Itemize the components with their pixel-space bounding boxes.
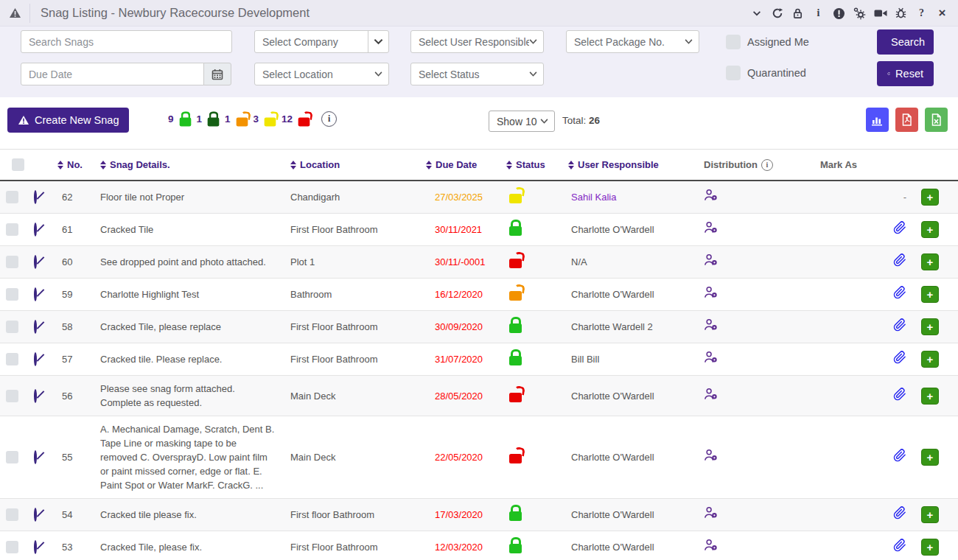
row-checkbox[interactable] (6, 256, 18, 268)
chart-export-button[interactable] (866, 108, 889, 132)
add-button[interactable]: + (921, 318, 939, 335)
distribution-icon[interactable] (704, 449, 718, 462)
excel-export-button[interactable] (925, 108, 948, 132)
column-header-no[interactable]: No. (57, 159, 100, 170)
table-row[interactable]: 62 Floor tile not Proper Chandigarh 27/0… (0, 181, 958, 214)
ban-icon[interactable] (34, 255, 37, 269)
row-checkbox[interactable] (6, 223, 18, 236)
distribution-icon[interactable] (704, 286, 718, 299)
table-row[interactable]: 57 Cracked tile. Please replace. First F… (0, 343, 958, 376)
table-row[interactable]: 54 Cracked tile please fix. First floor … (0, 499, 958, 531)
attachment-icon[interactable] (893, 351, 906, 364)
calendar-icon[interactable] (203, 63, 231, 85)
attachment-icon[interactable] (893, 449, 906, 462)
row-checkbox[interactable] (6, 508, 18, 521)
column-header-due-date[interactable]: Due Date (423, 159, 500, 170)
column-header-mark-as: Mark As (814, 159, 921, 170)
distribution-icon[interactable] (704, 221, 718, 234)
company-select[interactable]: Select Company (254, 30, 389, 53)
row-checkbox[interactable] (6, 288, 18, 301)
attachment-icon[interactable] (893, 253, 906, 267)
location-select[interactable]: Select Location (254, 63, 389, 85)
distribution-icon[interactable] (704, 351, 718, 364)
select-all-checkbox[interactable] (12, 158, 24, 171)
attachment-icon[interactable] (893, 388, 906, 401)
ban-icon[interactable] (34, 190, 37, 204)
column-header-user[interactable]: User Responsible (565, 159, 696, 170)
alert-icon[interactable] (832, 7, 846, 21)
create-new-snag-button[interactable]: Create New Snag (7, 108, 129, 133)
add-button[interactable]: + (921, 221, 939, 238)
chevron-down-icon[interactable] (749, 7, 763, 21)
ban-icon[interactable] (34, 320, 37, 334)
info-icon[interactable]: i (321, 111, 337, 127)
distribution-icon[interactable] (704, 539, 718, 552)
pdf-export-button[interactable] (895, 108, 918, 132)
distribution-icon[interactable] (704, 253, 718, 267)
column-header-location[interactable]: Location (290, 159, 423, 170)
refresh-icon[interactable] (770, 7, 784, 21)
package-select[interactable]: Select Package No. (566, 30, 699, 53)
close-icon[interactable]: × (935, 7, 949, 21)
ban-icon[interactable] (34, 540, 37, 554)
settings-icon[interactable] (853, 7, 867, 21)
attachment-icon[interactable] (893, 221, 906, 234)
add-button[interactable]: + (921, 286, 939, 303)
row-checkbox[interactable] (6, 353, 18, 365)
ban-icon[interactable] (34, 352, 37, 366)
table-row[interactable]: 60 See dropped point and photo attached.… (0, 246, 958, 279)
user-responsible-select[interactable]: Select User Responsible (410, 30, 544, 53)
distribution-icon[interactable] (704, 189, 718, 202)
bug-icon[interactable] (894, 7, 908, 21)
status-lock-icon (509, 511, 522, 521)
ban-icon[interactable] (34, 450, 37, 464)
snag-number: 57 (57, 346, 100, 372)
add-button[interactable]: + (921, 189, 939, 206)
distribution-icon[interactable] (704, 506, 718, 519)
add-button[interactable]: + (921, 253, 939, 270)
column-header-details[interactable]: Snag Details. (100, 159, 290, 170)
lock-icon[interactable] (791, 7, 805, 21)
due-date-input[interactable] (21, 63, 204, 85)
row-checkbox[interactable] (6, 321, 18, 333)
ban-icon[interactable] (34, 287, 37, 301)
distribution-icon[interactable] (704, 318, 718, 332)
table-row[interactable]: 59 Charlotte Highlight Test Bathroom 16/… (0, 279, 958, 311)
attachment-icon[interactable] (893, 539, 906, 552)
table-row[interactable]: 61 Cracked Tile First Floor Bathroom 30/… (0, 214, 958, 246)
row-checkbox[interactable] (6, 451, 18, 463)
ban-icon[interactable] (34, 508, 37, 522)
legend-lock-icon (236, 118, 248, 127)
search-input[interactable] (21, 30, 232, 53)
info-icon[interactable]: i (761, 159, 773, 171)
ban-icon[interactable] (34, 223, 37, 237)
attachment-icon[interactable] (893, 506, 906, 519)
assigned-me-checkbox[interactable] (726, 35, 741, 49)
row-checkbox[interactable] (6, 191, 18, 203)
row-checkbox[interactable] (6, 390, 18, 402)
video-camera-icon[interactable] (873, 7, 887, 21)
attachment-icon[interactable] (893, 286, 906, 299)
add-button[interactable]: + (921, 539, 939, 556)
row-checkbox[interactable] (6, 541, 18, 553)
add-button[interactable]: + (921, 351, 939, 368)
search-button[interactable]: Search (877, 29, 934, 55)
table-row[interactable]: 55 A. Mechanical Damage, Scratch, Dent B… (0, 416, 958, 499)
add-button[interactable]: + (921, 449, 939, 466)
chevron-down-icon[interactable] (368, 31, 388, 52)
ban-icon[interactable] (34, 389, 37, 403)
reset-button[interactable]: Reset (877, 61, 934, 86)
table-row[interactable]: 53 Cracked Tile, please fix. First Floor… (0, 531, 958, 560)
status-select[interactable]: Select Status (410, 63, 544, 85)
add-button[interactable]: + (921, 388, 939, 405)
attachment-icon[interactable] (893, 318, 906, 332)
table-row[interactable]: 56 Please see snag form attached. Comple… (0, 376, 958, 416)
info-icon[interactable]: i (811, 7, 825, 21)
add-button[interactable]: + (921, 506, 939, 523)
table-row[interactable]: 58 Cracked Tile, please replace First Fl… (0, 311, 958, 343)
show-count-select[interactable]: Show 10 (489, 111, 555, 132)
quarantined-checkbox[interactable] (726, 66, 741, 80)
column-header-status[interactable]: Status (500, 159, 565, 170)
distribution-icon[interactable] (704, 388, 718, 401)
help-icon[interactable]: ? (915, 7, 929, 21)
